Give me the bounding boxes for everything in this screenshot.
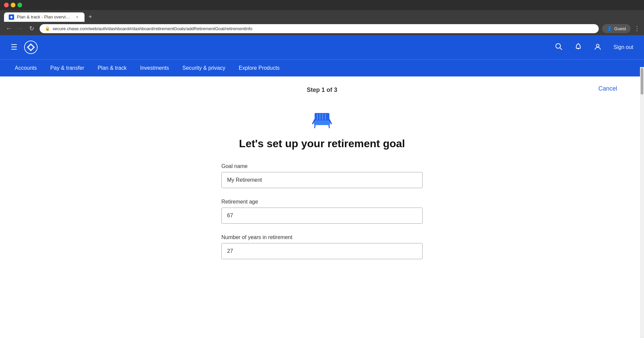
minimize-window-button[interactable] <box>11 3 15 7</box>
svg-rect-4 <box>578 48 579 49</box>
retirement-age-group: Retirement age <box>221 199 423 224</box>
years-in-retirement-input[interactable] <box>221 243 423 259</box>
profile-label: Guest <box>614 26 626 31</box>
retirement-age-label: Retirement age <box>221 199 423 205</box>
notification-icon <box>575 44 582 52</box>
nav-item-investments[interactable]: Investments <box>133 60 175 76</box>
nav-item-pay-transfer[interactable]: Pay & transfer <box>44 60 91 76</box>
svg-line-3 <box>560 48 562 50</box>
svg-rect-9 <box>315 113 329 120</box>
url-bar[interactable]: 🔒 secure.chase.com/web/auth/dashboard#/d… <box>40 24 599 33</box>
scrollbar-thumb[interactable] <box>641 68 643 95</box>
scrollbar[interactable] <box>640 67 644 283</box>
retirement-illustration <box>0 107 644 134</box>
svg-rect-8 <box>314 120 330 125</box>
search-button[interactable] <box>552 40 565 55</box>
goal-name-label: Goal name <box>221 163 423 169</box>
hamburger-button[interactable]: ☰ <box>8 40 20 54</box>
notifications-button[interactable] <box>572 40 585 55</box>
search-icon <box>555 44 562 52</box>
sign-out-button[interactable]: Sign out <box>611 42 636 53</box>
step-label: Step 1 of 3 <box>307 87 337 93</box>
step-header: Step 1 of 3 Cancel <box>0 76 644 100</box>
retirement-age-input[interactable] <box>221 208 423 224</box>
nav-item-security-privacy[interactable]: Security & privacy <box>176 60 232 76</box>
maximize-window-button[interactable] <box>17 3 22 7</box>
forward-button[interactable]: → <box>15 24 25 33</box>
svg-point-5 <box>596 44 599 47</box>
years-in-retirement-label: Number of years in retirement <box>221 234 423 240</box>
goal-name-input[interactable] <box>221 172 423 188</box>
nav-item-plan-track[interactable]: Plan & track <box>91 60 133 76</box>
years-in-retirement-group: Number of years in retirement <box>221 234 423 259</box>
nav-item-accounts[interactable]: Accounts <box>8 60 44 76</box>
hamburger-icon: ☰ <box>11 43 17 51</box>
reload-button[interactable]: ↻ <box>27 24 36 33</box>
lock-icon: 🔒 <box>45 26 50 31</box>
active-tab[interactable]: Plan & track - Plan overview - c × <box>4 12 85 22</box>
new-tab-button[interactable]: + <box>86 12 95 22</box>
nav-item-explore-products[interactable]: Explore Products <box>232 60 286 76</box>
goal-name-group: Goal name <box>221 163 423 188</box>
close-window-button[interactable] <box>4 3 9 7</box>
page-title: Let's set up your retirement goal <box>0 137 644 150</box>
tab-favicon <box>9 14 14 20</box>
browser-menu-button[interactable]: ⋮ <box>634 25 640 32</box>
retirement-form: Goal name Retirement age Number of years… <box>215 163 429 283</box>
cancel-button[interactable]: Cancel <box>598 85 617 92</box>
tab-title: Plan & track - Plan overview - c <box>17 14 72 19</box>
main-nav: Accounts Pay & transfer Plan & track Inv… <box>0 59 644 76</box>
chase-logo[interactable] <box>24 41 38 54</box>
profile-button[interactable]: 👤 Guest <box>602 24 631 33</box>
account-icon <box>594 44 601 52</box>
profile-icon: 👤 <box>607 26 612 31</box>
account-button[interactable] <box>591 40 604 55</box>
close-tab-button[interactable]: × <box>74 14 80 20</box>
url-text: secure.chase.com/web/auth/dashboard#/das… <box>53 26 252 31</box>
main-content: Step 1 of 3 Cancel Let's set up your ret… <box>0 76 644 283</box>
back-button[interactable]: ← <box>4 24 13 33</box>
